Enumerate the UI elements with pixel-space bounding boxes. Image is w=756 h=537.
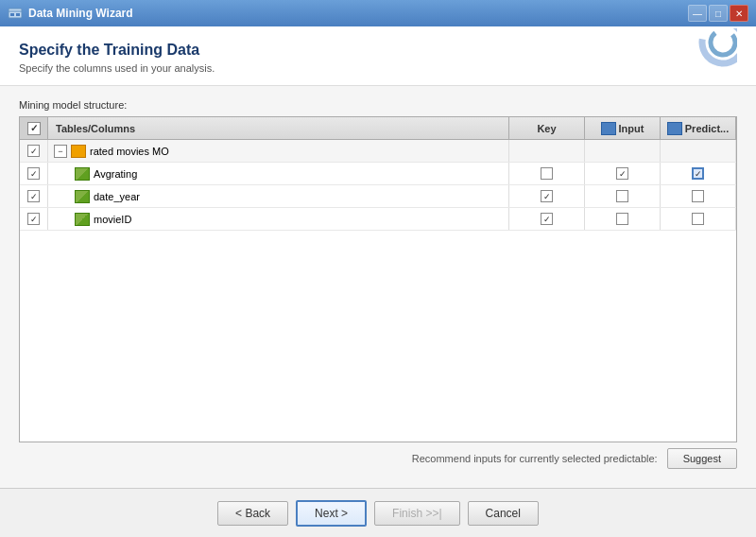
row-input-cell[interactable] (585, 208, 661, 230)
row-checkbox[interactable] (27, 145, 40, 157)
row-name-cell: Avgrating (48, 163, 509, 184)
window-title: Data Mining Wizard (28, 7, 133, 20)
svg-point-5 (709, 28, 737, 57)
table-header: Tables/Columns Key Input Predict... (20, 117, 736, 140)
header-predict: Predict... (661, 117, 736, 139)
minimize-button[interactable]: — (688, 5, 707, 22)
finish-button[interactable]: Finish >>| (374, 501, 459, 526)
row-name-cell: − rated movies MO (48, 140, 509, 162)
table-row: date_year (20, 185, 736, 208)
row-key-cell[interactable] (509, 208, 585, 230)
predict-header-icon (667, 122, 682, 135)
table-row: − rated movies MO (20, 140, 736, 163)
header-input: Input (585, 117, 661, 139)
title-bar: Data Mining Wizard — □ ✕ (0, 0, 756, 26)
predict-checkbox[interactable] (692, 190, 704, 202)
header-section: Specify the Training Data Specify the co… (0, 26, 756, 86)
key-checkbox[interactable] (541, 213, 553, 225)
row-checkbox[interactable] (27, 213, 40, 225)
input-header-icon (601, 122, 616, 135)
key-checkbox[interactable] (541, 167, 553, 180)
row-predict-cell (661, 140, 736, 162)
section-label: Mining model structure: (19, 99, 737, 111)
predict-checkbox[interactable] (692, 167, 704, 180)
suggest-button[interactable]: Suggest (667, 448, 737, 469)
header-tables-columns: Tables/Columns (48, 117, 509, 139)
main-content: Specify the Training Data Specify the co… (0, 26, 756, 537)
row-checkbox-cell[interactable] (20, 208, 48, 230)
body-section: Mining model structure: Tables/Columns K… (0, 86, 756, 488)
row-predict-cell[interactable] (661, 185, 736, 207)
svg-rect-3 (16, 13, 20, 16)
input-checkbox[interactable] (616, 190, 628, 202)
row-predict-cell[interactable] (661, 208, 736, 230)
input-checkbox[interactable] (616, 213, 628, 225)
row-key-cell[interactable] (509, 163, 585, 184)
row-input-cell[interactable] (585, 185, 661, 207)
close-button[interactable]: ✕ (730, 5, 748, 22)
column-icon (75, 213, 90, 226)
row-input-cell (585, 140, 661, 162)
column-icon (75, 190, 90, 203)
row-key-cell[interactable] (509, 185, 585, 207)
row-checkbox[interactable] (27, 167, 40, 180)
window-controls: — □ ✕ (688, 5, 748, 22)
column-icon (75, 167, 90, 181)
mining-table: Tables/Columns Key Input Predict... (19, 116, 737, 442)
row-input-cell[interactable] (585, 163, 661, 184)
row-name-cell: movieID (48, 208, 509, 230)
row-checkbox-cell[interactable] (20, 163, 48, 184)
suggest-area: Recommend inputs for currently selected … (19, 442, 737, 475)
header-key: Key (509, 117, 585, 139)
next-button[interactable]: Next > (296, 500, 367, 527)
row-checkbox-cell[interactable] (20, 140, 48, 162)
page-subtitle: Specify the columns used in your analysi… (19, 62, 737, 74)
suggest-label: Recommend inputs for currently selected … (412, 453, 658, 464)
logo-area (671, 28, 737, 83)
select-all-checkbox[interactable] (27, 122, 41, 135)
back-button[interactable]: < Back (217, 501, 288, 526)
row-predict-cell[interactable] (661, 163, 736, 184)
svg-rect-2 (10, 13, 14, 16)
row-name-cell: date_year (48, 185, 509, 207)
page-title: Specify the Training Data (19, 42, 737, 59)
row-checkbox-cell[interactable] (20, 185, 48, 207)
input-checkbox[interactable] (616, 167, 628, 180)
row-key-cell (509, 140, 585, 162)
table-row: Avgrating (20, 163, 736, 185)
logo-graphic (671, 28, 737, 80)
row-checkbox[interactable] (27, 190, 40, 202)
maximize-button[interactable]: □ (709, 5, 728, 22)
footer-section: < Back Next > Finish >>| Cancel (0, 488, 756, 537)
predict-checkbox[interactable] (692, 213, 704, 225)
table-icon (71, 145, 86, 158)
table-row: movieID (20, 208, 736, 231)
key-checkbox[interactable] (541, 190, 553, 202)
cancel-button[interactable]: Cancel (468, 501, 539, 526)
app-icon (8, 6, 23, 21)
expand-button[interactable]: − (54, 145, 67, 158)
header-checkbox-cell[interactable] (20, 117, 48, 139)
